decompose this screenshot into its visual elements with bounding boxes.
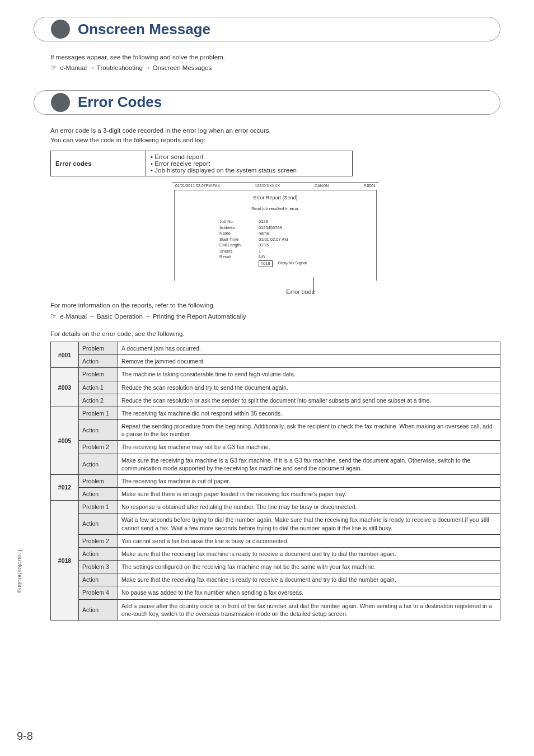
report-hdr-page: P.0001 — [364, 184, 376, 188]
row-label: Problem 2 — [79, 534, 118, 547]
report-val: 01/01 02:07 AM — [259, 237, 288, 243]
onscreen-section-header: Onscreen Message — [34, 17, 500, 41]
row-text: The receiving fax machine is out of pape… — [118, 474, 500, 487]
pointer-icon: ☞ — [50, 62, 57, 73]
row-label: Action — [79, 573, 118, 586]
row-text: The receiving fax machine may not be a G… — [118, 441, 500, 454]
error-codes-mini-table: Error codes Error send report Error rece… — [50, 151, 353, 176]
report-key: Job No. — [219, 219, 259, 225]
row-text: You cannot send a fax because the line i… — [118, 534, 500, 547]
bullet-icon — [51, 20, 70, 39]
errorcodes-desc1: An error code is a 3-digit code recorded… — [50, 127, 271, 134]
mini-table-left: Error codes — [51, 151, 146, 176]
report-key: Start Time — [219, 237, 259, 243]
report-title: Error Report (Send) — [175, 195, 376, 200]
errorcodes-desc2: You can view the code in the following r… — [50, 137, 205, 143]
row-label: Action — [79, 547, 118, 560]
row-label: Action — [79, 488, 118, 501]
more-info: For more information on the reports, ref… — [50, 301, 500, 321]
row-label: Problem 2 — [79, 441, 118, 454]
error-code-cell: #005 — [51, 407, 79, 474]
side-tab-label: Troubleshooting — [17, 549, 24, 592]
row-label: Problem — [79, 342, 118, 355]
report-val: name — [259, 231, 269, 237]
row-text: Make sure that the receiving fax machine… — [118, 547, 500, 560]
report-val: 01'15 — [259, 242, 269, 249]
pointer-icon: ☞ — [50, 311, 57, 322]
error-code-cell: #012 — [51, 474, 79, 500]
onscreen-title: Onscreen Message — [78, 21, 210, 38]
report-key: Call Length — [219, 242, 259, 249]
error-report-figure: 01/01/2011 02:07PM FAX 123XXXXXXX CANON … — [172, 182, 379, 295]
report-val: NG — [259, 254, 265, 260]
row-text: Remove the jammed document. — [118, 355, 500, 368]
row-text: Make sure that there is enough paper loa… — [118, 488, 500, 501]
row-text: Make sure that the receiving fax machine… — [118, 573, 500, 586]
report-hdr-date: 01/01/2011 02:07PM FAX — [175, 184, 220, 188]
callout-label: Error code — [222, 288, 379, 295]
result-msg: Busy/No Signal — [278, 260, 307, 268]
row-text: Add a pause after the country code or in… — [118, 599, 500, 620]
report-val: 0123 — [259, 219, 268, 225]
mini-bullet-2: Error receive report — [151, 160, 348, 167]
report-subtitle: Send job resulted in error. — [175, 206, 376, 211]
row-text: No pause was added to the fax number whe… — [118, 586, 500, 599]
row-text: The receiving fax machine did not respon… — [118, 407, 500, 419]
mini-table-right: Error send report Error receive report J… — [146, 151, 353, 176]
row-text: A document jam has occurred. — [118, 342, 500, 355]
more-info-line2: e-Manual → Basic Operation → Printing th… — [60, 313, 246, 320]
row-text: No response is obtained after redialing … — [118, 501, 500, 514]
row-text: Wait a few seconds before trying to dial… — [118, 514, 500, 534]
row-label: Action 2 — [79, 394, 118, 407]
report-val: 0123456789 — [259, 225, 282, 231]
report-details: Job No.0123Address0123456789NamenameStar… — [219, 219, 376, 267]
row-label: Action — [79, 514, 118, 534]
row-label: Problem 1 — [79, 407, 118, 419]
onscreen-intro: If messages appear, see the following an… — [50, 53, 500, 73]
report-val: 1 — [259, 249, 261, 255]
report-key: Result — [219, 254, 259, 260]
row-label: Action — [79, 355, 118, 368]
onscreen-intro-line1: If messages appear, see the following an… — [50, 54, 225, 60]
row-label: Action 1 — [79, 381, 118, 394]
details-table: #001ProblemA document jam has occurred.A… — [50, 342, 500, 620]
row-text: The machine is taking considerable time … — [118, 368, 500, 381]
row-label: Problem 3 — [79, 561, 118, 573]
mini-bullet-3: Job history displayed on the system stat… — [151, 167, 348, 174]
report-key: Address — [219, 225, 259, 231]
row-text: Reduce the scan resolution and try to se… — [118, 381, 500, 394]
errorcodes-section-header: Error Codes — [34, 90, 500, 115]
mini-bullet-1: Error send report — [151, 153, 348, 160]
error-code-cell: #003 — [51, 368, 79, 407]
row-text: The settings configured on the receiving… — [118, 561, 500, 573]
row-text: Reduce the scan resolution or ask the se… — [118, 394, 500, 407]
row-label: Action — [79, 599, 118, 620]
row-label: Action — [79, 420, 118, 441]
onscreen-intro-line2: e-Manual → Troubleshooting → Onscreen Me… — [60, 64, 212, 71]
error-code-cell: #018 — [51, 501, 79, 620]
row-label: Problem 4 — [79, 586, 118, 599]
row-label: Problem 1 — [79, 501, 118, 514]
row-label: Action — [79, 454, 118, 474]
more-info-line1: For more information on the reports, ref… — [50, 302, 215, 309]
page-number: 9-8 — [17, 730, 33, 743]
bullet-icon — [51, 93, 70, 112]
row-text: Make sure the receiving fax machine is a… — [118, 454, 500, 474]
report-hdr-num: 123XXXXXXX — [255, 184, 279, 188]
result-code-box: #018 — [259, 260, 273, 268]
row-label: Problem — [79, 474, 118, 487]
report-key: Sheets — [219, 249, 259, 255]
details-intro: For details on the error code, see the f… — [50, 330, 500, 337]
row-text: Repeat the sending procedure from the be… — [118, 420, 500, 441]
errorcodes-desc: An error code is a 3-digit code recorded… — [50, 126, 500, 146]
errorcodes-title: Error Codes — [78, 94, 162, 111]
error-code-cell: #001 — [51, 342, 79, 368]
row-label: Problem — [79, 368, 118, 381]
report-hdr-name: CANON — [315, 184, 329, 188]
report-key: Name — [219, 231, 259, 237]
callout-line — [313, 277, 314, 294]
